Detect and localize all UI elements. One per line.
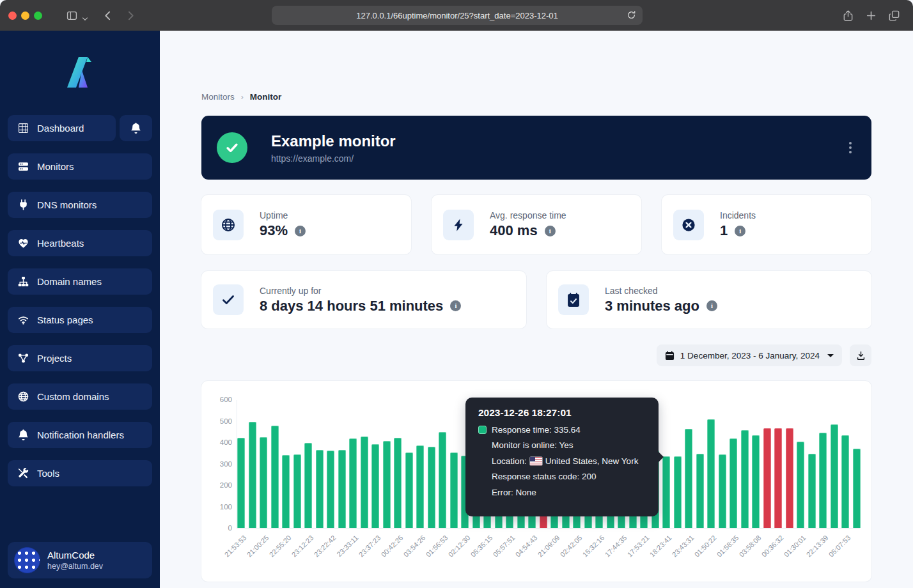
info-icon[interactable]	[735, 226, 745, 236]
chart-bar[interactable]	[674, 456, 682, 528]
x-axis-label: 02:12:30	[447, 534, 472, 559]
chart-bar[interactable]	[249, 422, 256, 528]
back-button[interactable]	[102, 10, 113, 21]
info-icon[interactable]	[706, 300, 717, 311]
chart-bar[interactable]	[808, 454, 816, 528]
chart-bar[interactable]	[763, 428, 771, 528]
chart-bar[interactable]	[719, 454, 726, 528]
chart-bar[interactable]	[841, 435, 849, 528]
breadcrumb-monitors[interactable]: Monitors	[201, 92, 235, 102]
close-window-button[interactable]	[8, 12, 17, 20]
monitor-title: Example monitor	[271, 132, 396, 150]
sidebar-toggle-icon[interactable]	[66, 10, 77, 21]
sidebar-item-projects[interactable]: Projects	[8, 345, 152, 371]
stat-label: Incidents	[720, 210, 756, 220]
chart-bar[interactable]	[707, 419, 715, 529]
sidebar-item-label: Dashboard	[37, 123, 84, 134]
y-axis-tick: 100	[207, 503, 232, 511]
calendar-icon	[665, 351, 675, 360]
tools-icon	[18, 468, 29, 479]
reload-icon[interactable]	[627, 10, 636, 20]
chart-bar[interactable]	[361, 437, 368, 528]
chevron-down-icon[interactable]	[82, 13, 88, 24]
tooltip-rows: Response time: 335.64Monitor is online: …	[478, 425, 646, 497]
chart-bar[interactable]	[316, 450, 324, 528]
x-axis-label: 21:09:09	[536, 534, 561, 559]
chart-bar[interactable]	[428, 447, 435, 528]
info-icon[interactable]	[295, 226, 306, 236]
chart-bar[interactable]	[416, 445, 424, 528]
share-icon[interactable]	[843, 10, 854, 21]
chart-bar[interactable]	[752, 435, 760, 528]
chart-bar[interactable]	[450, 453, 458, 528]
chart-bar[interactable]	[774, 428, 782, 528]
chart-bar[interactable]	[338, 450, 346, 528]
chart-bar[interactable]	[304, 443, 312, 528]
monitor-menu-button[interactable]	[845, 142, 856, 153]
bolt-icon	[451, 218, 465, 232]
sidebar-item-dashboard[interactable]: Dashboard	[8, 115, 116, 141]
sidebar-item-domain-names[interactable]: Domain names	[8, 268, 152, 295]
chart-bar[interactable]	[293, 454, 301, 528]
stat-text: Avg. response time400 ms	[490, 210, 566, 239]
sidebar-item-monitors[interactable]: Monitors	[8, 153, 152, 180]
sidebar-item-heartbeats[interactable]: Heartbeats	[8, 230, 152, 256]
tab-overview-icon[interactable]	[889, 10, 900, 21]
chart-bar[interactable]	[327, 451, 334, 528]
chart-bar[interactable]	[662, 456, 670, 528]
y-axis-tick: 400	[207, 438, 232, 446]
notifications-button[interactable]	[120, 115, 152, 141]
sidebar-nav: DashboardMonitorsDNS monitorsHeartbeatsD…	[8, 115, 152, 486]
sidebar-item-custom-domains[interactable]: Custom domains	[8, 383, 152, 410]
info-icon[interactable]	[450, 300, 461, 311]
chart-bar[interactable]	[282, 455, 290, 528]
chart-bar[interactable]	[271, 426, 279, 528]
chart-bar[interactable]	[237, 438, 245, 528]
address-bar[interactable]: 127.0.0.1/66uptime/monitor/25?start_date…	[272, 6, 643, 25]
us-flag-icon	[530, 457, 542, 465]
y-axis-tick: 300	[207, 460, 232, 468]
chart-bar[interactable]	[741, 430, 749, 528]
user-email: hey@altum.dev	[47, 562, 103, 571]
user-card[interactable]: AltumCode hey@altum.dev	[8, 542, 152, 578]
x-axis-label: 23:12:23	[290, 534, 315, 559]
sidebar-item-label: Tools	[37, 468, 59, 479]
chart-bar[interactable]	[797, 442, 804, 528]
x-axis-label: 17:44:35	[604, 534, 628, 559]
tooltip-row: Error: None	[478, 488, 646, 497]
tooltip-title: 2023-12-26 18:27:01	[478, 407, 646, 419]
chart-bar[interactable]	[394, 438, 402, 528]
chart-bar[interactable]	[405, 453, 413, 528]
stat-value-row: 8 days 14 hours 51 minutes	[260, 298, 461, 314]
date-range-button[interactable]: 1 December, 2023 - 6 January, 2024	[657, 344, 842, 366]
sidebar-item-tools[interactable]: Tools	[8, 460, 152, 486]
chart-bar[interactable]	[260, 437, 267, 528]
chart-bar[interactable]	[383, 441, 391, 528]
sidebar-item-status-pages[interactable]: Status pages	[8, 307, 152, 333]
forward-button[interactable]	[125, 10, 136, 21]
chart-bar[interactable]	[730, 438, 737, 528]
check-icon-tile	[213, 284, 244, 315]
chart-bar[interactable]	[786, 428, 793, 528]
chart-bar[interactable]	[853, 449, 861, 528]
sidebar-item-notification-handlers[interactable]: Notification handlers	[8, 422, 152, 448]
x-axis-label: 23:43:31	[671, 534, 696, 559]
minimize-window-button[interactable]	[21, 12, 29, 20]
new-tab-icon[interactable]	[866, 10, 877, 21]
stat-text: Incidents1	[720, 210, 756, 239]
chart-bar[interactable]	[349, 438, 357, 528]
sidebar-item-dns-monitors[interactable]: DNS monitors	[8, 192, 152, 218]
download-button[interactable]	[850, 344, 871, 366]
app-logo[interactable]	[0, 38, 160, 106]
chart-bar[interactable]	[685, 429, 692, 528]
info-cards-row: Currently up for8 days 14 hours 51 minut…	[201, 271, 871, 329]
chart-bar[interactable]	[696, 454, 704, 528]
chart-bar[interactable]	[371, 444, 379, 528]
chart-bar[interactable]	[439, 432, 446, 528]
chart-bar[interactable]	[831, 424, 838, 528]
globe-icon-tile	[213, 210, 244, 240]
zoom-window-button[interactable]	[34, 12, 42, 20]
info-icon[interactable]	[545, 226, 556, 236]
stat-value: 400 ms	[490, 222, 538, 239]
chart-bar[interactable]	[819, 433, 827, 528]
